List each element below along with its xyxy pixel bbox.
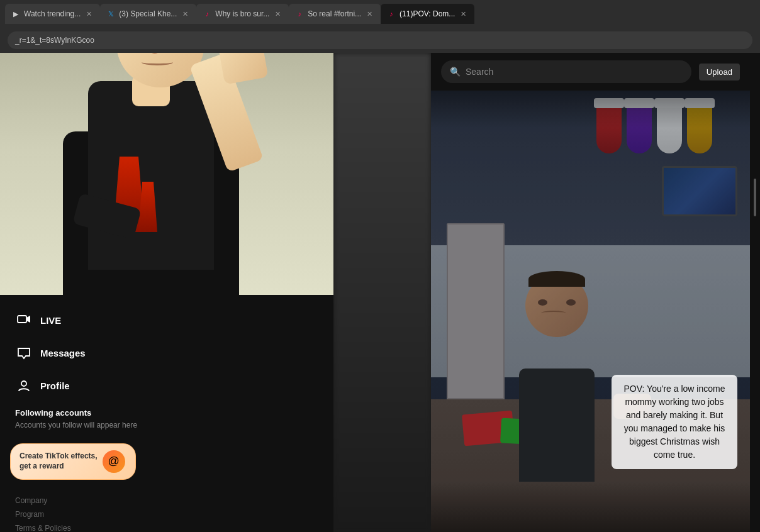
svg-point-3 bbox=[21, 381, 26, 386]
messages-icon bbox=[15, 344, 33, 362]
tab-4-label: So real #fortni... bbox=[308, 9, 361, 18]
tab-1-close[interactable]: ✕ bbox=[84, 9, 94, 19]
address-bar[interactable]: _r=1&_t=8sWyInKGcoo bbox=[8, 31, 752, 49]
live-icon bbox=[15, 311, 33, 329]
tab-3-favicon: ♪ bbox=[203, 9, 211, 18]
tab-2-label: (3) Special Khe... bbox=[119, 9, 177, 18]
footer-link-company[interactable]: Company bbox=[15, 495, 318, 506]
sidebar-item-live[interactable]: LIVE bbox=[10, 305, 323, 335]
tab-2-favicon: 𝕏 bbox=[106, 9, 115, 18]
upload-button[interactable]: Upload bbox=[699, 64, 740, 80]
tab-3-close[interactable]: ✕ bbox=[273, 9, 282, 19]
svg-rect-0 bbox=[18, 316, 26, 323]
tab-5[interactable]: ♪ (11)POV: Dom... ✕ bbox=[381, 4, 474, 24]
footer-link-terms[interactable]: Terms & Policies bbox=[15, 523, 318, 532]
right-area: 🔍 Search Upload bbox=[333, 53, 760, 532]
create-effects-text-block: Create TikTok effects, get a reward bbox=[20, 452, 98, 471]
svg-marker-2 bbox=[18, 348, 30, 358]
sidebar-footer: Company Program Terms & Policies © 2024 … bbox=[10, 487, 323, 532]
sidebar-messages-label: Messages bbox=[40, 348, 86, 358]
search-bar[interactable]: 🔍 Search bbox=[441, 60, 691, 83]
address-bar-text: _r=1&_t=8sWyInKGcoo bbox=[15, 36, 94, 45]
tab-1[interactable]: ▶ Watch trending... ✕ bbox=[5, 4, 100, 24]
following-title: Following accounts bbox=[10, 403, 323, 420]
svg-marker-1 bbox=[26, 316, 30, 323]
sidebar-item-profile[interactable]: Profile bbox=[10, 370, 323, 401]
left-panel: LIVE Messages Profile bbox=[0, 53, 333, 532]
sidebar-item-messages[interactable]: Messages bbox=[10, 338, 323, 368]
following-desc: Accounts you follow will appear here bbox=[10, 420, 323, 436]
video-area: POV: You're a low income mommy working t… bbox=[431, 91, 750, 532]
tab-2[interactable]: 𝕏 (3) Special Khe... ✕ bbox=[100, 4, 196, 24]
scrollbar-thumb[interactable] bbox=[754, 179, 756, 216]
streamer-video bbox=[0, 53, 333, 295]
tab-4[interactable]: ♪ So real #fortni... ✕ bbox=[289, 4, 381, 24]
tab-4-close[interactable]: ✕ bbox=[365, 9, 374, 19]
create-effects-line2: get a reward bbox=[20, 462, 98, 472]
video-caption-text: POV: You're a low income mommy working t… bbox=[624, 384, 725, 460]
sidebar-profile-label: Profile bbox=[40, 380, 70, 391]
tab-1-favicon: ▶ bbox=[11, 9, 20, 18]
search-icon: 🔍 bbox=[450, 67, 461, 77]
search-placeholder: Search bbox=[466, 67, 683, 77]
tab-2-close[interactable]: ✕ bbox=[181, 9, 190, 19]
blurred-middle-panel bbox=[333, 53, 431, 532]
following-section: Following accounts Accounts you follow w… bbox=[10, 403, 323, 436]
tiktok-header: 🔍 Search Upload bbox=[431, 53, 750, 91]
tab-5-favicon: ♪ bbox=[387, 9, 396, 18]
tab-5-label: (11)POV: Dom... bbox=[400, 9, 455, 18]
video-caption-overlay: POV: You're a low income mommy working t… bbox=[612, 375, 737, 469]
tab-4-favicon: ♪ bbox=[295, 9, 304, 18]
browser-tabs: ▶ Watch trending... ✕ 𝕏 (3) Special Khe.… bbox=[0, 0, 760, 28]
create-effects-button[interactable]: Create TikTok effects, get a reward @ bbox=[10, 443, 136, 480]
tiktok-sidebar: LIVE Messages Profile bbox=[0, 295, 333, 532]
tab-3[interactable]: ♪ Why is bro sur... ✕ bbox=[196, 4, 289, 24]
tab-5-close[interactable]: ✕ bbox=[459, 9, 468, 19]
effects-reward-icon: @ bbox=[103, 450, 125, 473]
tab-3-label: Why is bro sur... bbox=[215, 9, 269, 18]
footer-link-program[interactable]: Program bbox=[15, 509, 318, 520]
tab-1-label: Watch trending... bbox=[24, 9, 81, 18]
right-scrollbar bbox=[750, 53, 760, 532]
address-bar-row: _r=1&_t=8sWyInKGcoo bbox=[0, 28, 760, 53]
profile-icon bbox=[15, 377, 33, 394]
main-content: LIVE Messages Profile bbox=[0, 53, 760, 532]
tiktok-content-panel: 🔍 Search Upload bbox=[431, 53, 750, 532]
create-effects-line1: Create TikTok effects, bbox=[20, 452, 98, 462]
sidebar-live-label: LIVE bbox=[40, 315, 61, 326]
